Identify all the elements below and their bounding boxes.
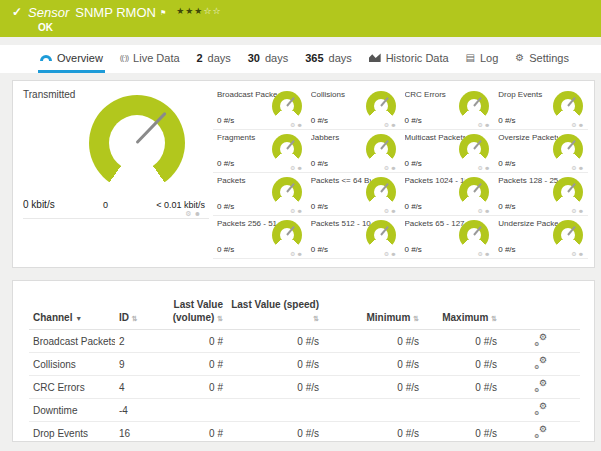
column-header-minimum[interactable]: Minimum ⇅ — [323, 297, 423, 330]
channel-gauge-value: 0 #/s — [405, 159, 422, 168]
gauge-dial — [459, 177, 489, 207]
minimum-value: 0 #/s — [323, 330, 423, 353]
channel-gauge-undersize-packets[interactable]: Undersize Packets 0 #/s ⚙☻ — [494, 216, 588, 259]
tab-overview[interactable]: Overview — [38, 45, 105, 73]
gauge-needle — [380, 97, 389, 107]
channel-gauge-collisions[interactable]: Collisions 0 #/s ⚙☻ — [307, 87, 401, 130]
tab-label: Overview — [57, 52, 103, 64]
sort-icon: ⇅ — [413, 315, 419, 322]
person-icon[interactable]: ☻ — [484, 122, 491, 128]
channel-gauge-jabbers[interactable]: Jabbers 0 #/s ⚙☻ — [307, 130, 401, 173]
person-icon[interactable]: ☻ — [578, 251, 585, 257]
channel-gauge-packets-128-255[interactable]: Packets 128 - 255 Bytes 0 #/s ⚙☻ — [494, 173, 588, 216]
maximum-value: 0 #/s — [423, 422, 501, 443]
tab-2-days[interactable]: 2 days — [194, 45, 232, 73]
flag-icon[interactable]: ⚑ — [160, 5, 166, 20]
column-header-channel[interactable]: Channel ▼ — [29, 297, 115, 330]
tab-bar: Overview ((·)) Live Data 2 days 30 days … — [0, 45, 601, 73]
channel-gauge-label: Packets — [217, 176, 277, 185]
gauge-dial — [366, 220, 396, 250]
channel-gauge-packets-256-511[interactable]: Packets 256 - 511 Bytes 0 #/s ⚙☻ — [213, 216, 307, 259]
column-header-last-value-volume[interactable]: Last Value (volume) ⇅ — [163, 297, 227, 330]
maximum-value — [423, 399, 501, 422]
person-icon[interactable]: ☻ — [390, 122, 397, 128]
table-row: Broadcast Packets 2 0 # 0 #/s 0 #/s 0 #/… — [29, 330, 580, 353]
person-icon[interactable]: ☻ — [484, 165, 491, 171]
channel-gauge-label: Collisions — [311, 90, 371, 99]
channel-gauge-packets-65-127[interactable]: Packets 65 - 127 Bytes 0 #/s ⚙☻ — [401, 216, 495, 259]
person-icon[interactable]: ☻ — [578, 208, 585, 214]
channel-gauge-broadcast-packets[interactable]: Broadcast Packets 0 #/s ⚙☻ — [213, 87, 307, 130]
gear-icon[interactable]: ⚙ — [185, 210, 193, 217]
channel-gauge-crc-errors[interactable]: CRC Errors 0 #/s ⚙☻ — [401, 87, 495, 130]
channel-gauge-oversize-packets[interactable]: Oversize Packets 0 #/s ⚙☻ — [494, 130, 588, 173]
channel-gauge-value: 0 #/s — [405, 245, 422, 254]
person-icon[interactable]: ☻ — [578, 165, 585, 171]
last-value-speed: 0 #/s — [227, 376, 323, 399]
transmitted-gauge-cell[interactable]: Transmitted 0 kbit/s 0 < 0.01 kbit/s ⚙☻ — [13, 81, 211, 267]
tab-365-days[interactable]: 365 days — [303, 45, 354, 73]
person-icon[interactable]: ☻ — [296, 251, 303, 257]
channel-settings-icon[interactable]: ⚙⚙ — [534, 426, 547, 438]
priority-stars[interactable]: ★★★☆☆ — [176, 5, 221, 18]
channel-name[interactable]: Broadcast Packets — [29, 330, 115, 353]
stars-empty: ☆☆ — [203, 6, 221, 16]
channel-gauge-packets-1024-1518[interactable]: Packets 1024 - 1518 B... 0 #/s ⚙☻ — [401, 173, 495, 216]
gauge-needle — [286, 226, 295, 236]
gauge-needle — [567, 97, 576, 107]
column-header-id[interactable]: ID ⇅ — [115, 297, 163, 330]
person-icon[interactable]: ☻ — [390, 165, 397, 171]
gauge-dial — [553, 177, 583, 207]
column-header-actions — [501, 297, 580, 330]
channel-name[interactable]: Downtime — [29, 399, 115, 422]
minimum-value — [323, 399, 423, 422]
channel-gauge-packets-512-1023[interactable]: Packets 512 - 1023 Byt... 0 #/s ⚙☻ — [307, 216, 401, 259]
channel-gauge-label: Packets 128 - 255 Bytes — [498, 176, 558, 185]
person-icon[interactable]: ☻ — [296, 122, 303, 128]
gauge-needle — [286, 97, 295, 107]
tab-number: 30 — [248, 52, 260, 64]
column-header-maximum[interactable]: Maximum ⇅ — [423, 297, 501, 330]
person-icon[interactable]: ☻ — [578, 122, 585, 128]
channel-settings-icon[interactable]: ⚙⚙ — [534, 380, 547, 392]
channel-gauge-drop-events[interactable]: Drop Events 0 #/s ⚙☻ — [494, 87, 588, 130]
column-header-last-value-speed[interactable]: Last Value (speed) ⇅ — [227, 297, 323, 330]
tab-30-days[interactable]: 30 days — [246, 45, 291, 73]
channel-id: 16 — [115, 422, 163, 443]
gauge-needle — [380, 140, 389, 150]
person-icon[interactable]: ☻ — [484, 251, 491, 257]
channel-gauge-multicast-packets[interactable]: Multicast Packets 0 #/s ⚙☻ — [401, 130, 495, 173]
gauge-dial — [272, 177, 302, 207]
person-icon[interactable]: ☻ — [296, 208, 303, 214]
channel-gauge-label: Fragments — [217, 133, 277, 142]
gauge-needle — [473, 226, 482, 236]
tab-settings[interactable]: ⚙ Settings — [513, 45, 571, 73]
tab-log[interactable]: ▤ Log — [464, 45, 501, 73]
channel-settings-icon[interactable]: ⚙⚙ — [534, 357, 547, 369]
person-icon[interactable]: ☻ — [390, 251, 397, 257]
channel-gauge-packets[interactable]: Packets 0 #/s ⚙☻ — [213, 173, 307, 216]
channel-name[interactable]: Collisions — [29, 353, 115, 376]
channel-table-panel: Channel ▼ ID ⇅ Last Value (volume) ⇅ Las… — [12, 280, 595, 442]
channel-gauge-packets-64[interactable]: Packets <= 64 Byte 0 #/s ⚙☻ — [307, 173, 401, 216]
gauge-needle — [567, 183, 576, 193]
channel-gauge-fragments[interactable]: Fragments 0 #/s ⚙☻ — [213, 130, 307, 173]
channel-gauge-value: 0 #/s — [311, 159, 328, 168]
tab-historic-data[interactable]: Historic Data — [367, 45, 451, 73]
person-icon[interactable]: ☻ — [484, 208, 491, 214]
gauge-needle — [286, 183, 295, 193]
channel-name[interactable]: Drop Events — [29, 422, 115, 443]
person-icon[interactable]: ☻ — [296, 165, 303, 171]
channel-settings-icon[interactable]: ⚙⚙ — [534, 334, 547, 346]
last-value-volume — [163, 399, 227, 422]
historic-chart-icon — [369, 53, 381, 62]
person-icon[interactable]: ☻ — [390, 208, 397, 214]
tab-live-data[interactable]: ((·)) Live Data — [118, 45, 182, 73]
sort-icon: ⇅ — [491, 315, 497, 322]
tab-label: days — [265, 52, 288, 64]
channel-gauge-label: Packets <= 64 Byte — [311, 176, 371, 185]
last-value-speed: 0 #/s — [227, 353, 323, 376]
person-icon[interactable]: ☻ — [194, 210, 203, 217]
channel-settings-icon[interactable]: ⚙⚙ — [534, 403, 547, 415]
channel-name[interactable]: CRC Errors — [29, 376, 115, 399]
